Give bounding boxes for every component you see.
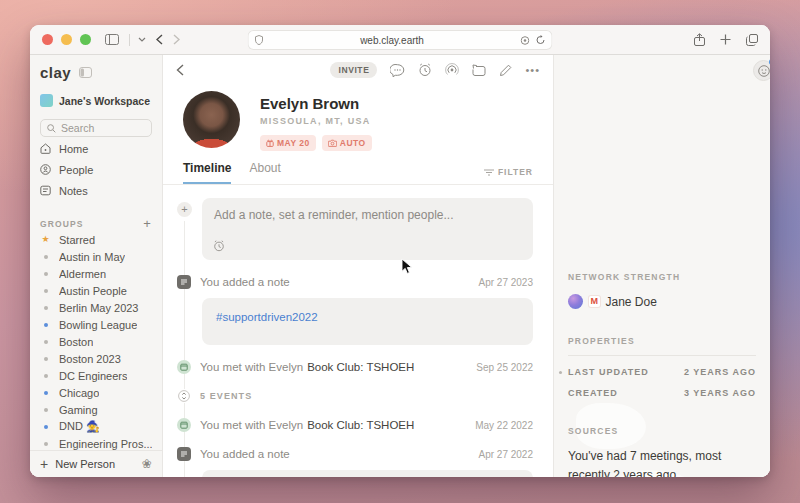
page-badge-icon [521, 36, 530, 45]
filter-button[interactable]: FILTER [484, 167, 533, 184]
groups-header: GROUPS [40, 219, 83, 229]
sidebar: clay Jane's Workspace [30, 55, 163, 477]
timeline-entry[interactable]: You met with EvelynBook Club: TSHOEH Sep… [177, 360, 533, 374]
reminder-icon[interactable] [418, 63, 432, 77]
add-group-button[interactable]: + [143, 216, 152, 231]
group-item[interactable]: DND 🧙 [40, 418, 152, 435]
group-dot-icon [44, 391, 48, 395]
property-value: 2 YEARS AGO [684, 367, 756, 377]
browser-titlebar: web.clay.earth [30, 25, 770, 55]
person-name: Evelyn Brown [260, 95, 372, 112]
sidebar-item-notes[interactable]: Notes [40, 181, 152, 200]
browser-sidebar-icon[interactable] [105, 34, 119, 45]
plus-icon: + [40, 456, 48, 472]
tab-about[interactable]: About [249, 161, 280, 184]
add-note-plus-button[interactable]: + [177, 202, 192, 217]
group-item[interactable]: Bowling League [40, 316, 152, 333]
group-item[interactable]: Austin in May [40, 248, 152, 265]
tab-timeline[interactable]: Timeline [183, 161, 231, 184]
group-item[interactable]: Aldermen [40, 265, 152, 282]
network-person-row[interactable]: M Jane Doe [568, 294, 756, 309]
new-person-button[interactable]: + New Person ❀ [30, 450, 162, 477]
group-item[interactable]: Chicago [40, 384, 152, 401]
group-dot-icon [44, 323, 48, 327]
traffic-lights [42, 34, 91, 45]
edit-icon[interactable] [499, 64, 512, 77]
person-location: MISSOULA, MT, USA [260, 116, 372, 126]
forward-nav-icon[interactable] [173, 34, 180, 45]
note-composer[interactable]: Add a note, set a reminder, mention peop… [202, 198, 533, 260]
home-icon [40, 143, 51, 154]
collapse-sidebar-icon[interactable] [79, 67, 92, 78]
reminder-clock-icon[interactable] [213, 240, 225, 252]
birthday-badge[interactable]: MAY 20 [260, 135, 316, 151]
more-options-icon[interactable]: ••• [525, 64, 540, 76]
entry-date: Sep 25 2022 [476, 362, 533, 373]
back-button[interactable] [176, 64, 184, 76]
group-dot-icon [44, 425, 48, 429]
group-dot-icon [44, 340, 48, 344]
timeline-entry[interactable]: You added a note Apr 27 2023 [177, 275, 533, 289]
search-input[interactable] [61, 122, 145, 134]
note-content[interactable]: #supportdriven2022 [202, 298, 533, 345]
group-item[interactable]: Boston [40, 333, 152, 350]
address-bar[interactable]: web.clay.earth [248, 30, 553, 50]
sidebar-item-label: Home [59, 143, 88, 155]
drag-handle-dot [559, 371, 562, 374]
group-dot-icon [44, 408, 48, 412]
new-tab-icon[interactable] [720, 34, 731, 45]
invite-button[interactable]: INVITE [330, 62, 377, 78]
meeting-link[interactable]: Book Club: TSHOEH [307, 361, 414, 373]
note-content[interactable]: favorite movie is Inception (2010), dire… [202, 470, 533, 477]
reload-icon[interactable] [536, 35, 546, 45]
group-dot-icon [44, 306, 48, 310]
search-box[interactable] [40, 119, 152, 137]
browser-window: web.clay.earth [30, 25, 770, 477]
group-item[interactable]: Boston 2023 [40, 350, 152, 367]
broadcast-icon[interactable] [445, 63, 459, 77]
duplicate-icon[interactable] [472, 64, 486, 77]
timeline-entry[interactable]: You met with EvelynBook Club: TSHOEH May… [177, 418, 533, 432]
group-item-starred[interactable]: ★ Starred [40, 231, 152, 248]
workspace-switcher[interactable]: Jane's Workspace [40, 94, 152, 107]
avatar [568, 294, 583, 309]
timeline-entry[interactable]: You added a note Apr 27 2022 [177, 447, 533, 461]
titlebar-divider [129, 34, 130, 46]
group-dot-icon [44, 272, 48, 276]
network-strength-header: NETWORK STRENGTH [568, 272, 756, 282]
group-item[interactable]: Berlin May 2023 [40, 299, 152, 316]
zoom-window-button[interactable] [80, 34, 91, 45]
property-row[interactable]: CREATED 3 YEARS AGO [568, 388, 756, 398]
sidebar-item-label: People [59, 164, 93, 176]
new-person-label: New Person [55, 458, 115, 470]
group-item[interactable]: Austin People [40, 282, 152, 299]
group-item[interactable]: DC Engineers [40, 367, 152, 384]
comment-icon[interactable] [390, 64, 405, 77]
entry-date: May 22 2022 [475, 420, 533, 431]
flower-icon[interactable]: ❀ [142, 457, 152, 471]
meeting-link[interactable]: Book Club: TSHOEH [307, 419, 414, 431]
minimize-window-button[interactable] [61, 34, 72, 45]
property-row[interactable]: LAST UPDATED 2 YEARS AGO [568, 367, 756, 377]
notification-dot [769, 59, 770, 65]
auto-badge[interactable]: AUTO [322, 135, 372, 151]
back-nav-icon[interactable] [156, 34, 163, 45]
group-dot-icon [44, 255, 48, 259]
group-item[interactable]: Gaming [40, 401, 152, 418]
group-dot-icon [44, 442, 48, 446]
chevron-down-icon[interactable] [138, 37, 146, 42]
sidebar-item-home[interactable]: Home [40, 139, 152, 158]
profile-toolbar: INVITE [163, 55, 553, 85]
account-face-button[interactable] [753, 60, 770, 81]
sources-summary: You've had 7 meetings, most recently 2 y… [568, 447, 756, 477]
tab-overview-icon[interactable] [746, 34, 758, 46]
people-icon [40, 164, 51, 175]
close-window-button[interactable] [42, 34, 53, 45]
divider [568, 355, 756, 356]
share-icon[interactable] [694, 33, 705, 46]
collapsed-events-row[interactable]: 5 EVENTS [177, 389, 533, 403]
sidebar-item-people[interactable]: People [40, 160, 152, 179]
profile-photo[interactable] [183, 91, 240, 148]
filter-icon [484, 169, 494, 176]
group-item[interactable]: Engineering Pros... [40, 435, 152, 450]
